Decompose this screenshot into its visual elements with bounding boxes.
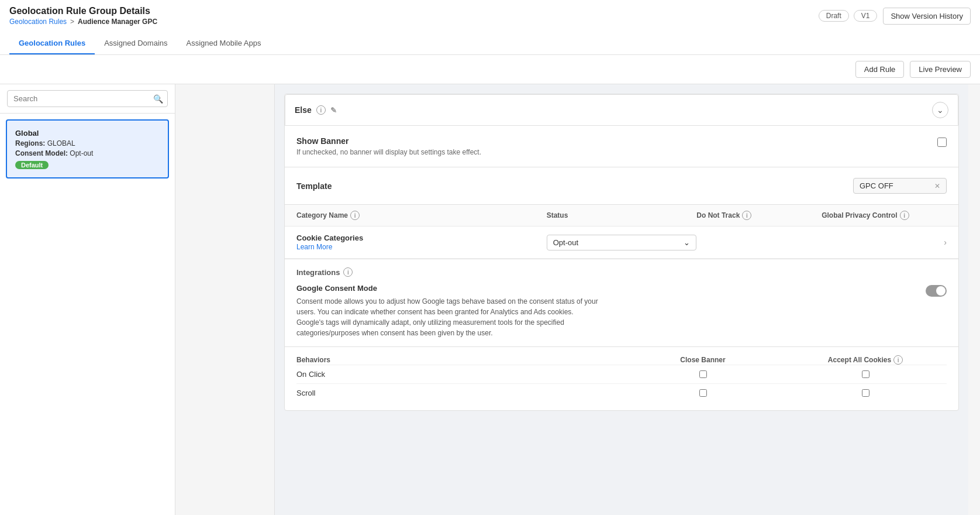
- breadcrumb-separator: >: [70, 18, 74, 26]
- gcm-title: Google Consent Mode: [296, 284, 926, 293]
- status-dropdown-icon: ⌄: [684, 238, 690, 247]
- toolbar: Add Rule Live Preview: [0, 55, 980, 84]
- template-label: Template: [296, 181, 332, 191]
- google-consent-mode-toggle[interactable]: [926, 285, 947, 297]
- gpc-info-icon[interactable]: i: [900, 211, 909, 220]
- col-do-not-track: Do Not Track i: [696, 211, 822, 220]
- rule-item-global[interactable]: Global Regions: GLOBAL Consent Model: Op…: [6, 119, 169, 178]
- category-table: Category Name i Status Do Not Track i Gl…: [285, 205, 958, 259]
- tab-geolocation-rules[interactable]: Geolocation Rules: [9, 33, 95, 54]
- onclick-close-banner-checkbox[interactable]: [699, 370, 707, 378]
- category-table-header: Category Name i Status Do Not Track i Gl…: [285, 205, 958, 226]
- content-area: Else i ✎ ⌄ Show Banner If unchecked, no …: [275, 84, 968, 515]
- header-badges: Draft V1: [819, 10, 878, 22]
- template-value: GPC OFF: [860, 181, 893, 190]
- else-edit-icon[interactable]: ✎: [330, 106, 337, 115]
- dnt-info-icon[interactable]: i: [742, 211, 751, 220]
- template-card: Template GPC OFF ✕: [285, 167, 958, 205]
- col-category-name: Category Name i: [296, 211, 547, 220]
- behavior-row-onclick: On Click: [296, 365, 947, 383]
- version-badge[interactable]: V1: [854, 10, 878, 22]
- middle-column: [175, 84, 275, 515]
- behavior-scroll-label: Scroll: [296, 389, 622, 397]
- col-global-privacy-control: Global Privacy Control i: [822, 211, 947, 220]
- category-row: Cookie Categories Learn More Opt-out ⌄ ›: [285, 226, 958, 259]
- category-name-info-icon[interactable]: i: [350, 211, 360, 220]
- accept-all-info-icon[interactable]: i: [893, 355, 903, 365]
- integrations-info-icon[interactable]: i: [343, 267, 353, 277]
- show-version-history-button[interactable]: Show Version History: [883, 8, 971, 25]
- template-clear-icon[interactable]: ✕: [934, 182, 940, 190]
- cookie-categories-title: Cookie Categories: [296, 234, 547, 242]
- breadcrumb-parent[interactable]: Geolocation Rules: [9, 18, 67, 26]
- template-select[interactable]: GPC OFF ✕: [853, 178, 947, 194]
- breadcrumb: Geolocation Rules > Audience Manager GPC: [9, 18, 157, 26]
- col-status: Status: [547, 211, 697, 219]
- behaviors-col-accept-all: Accept All Cookies i: [784, 355, 947, 365]
- page-title: Geolocation Rule Group Details: [9, 6, 157, 16]
- rule-default-badge: Default: [15, 161, 49, 169]
- rule-title: Global: [15, 129, 160, 138]
- integrations-section: Integrations i Google Consent Mode Conse…: [285, 259, 958, 347]
- scroll-accept-all-checkbox[interactable]: [862, 389, 869, 397]
- header: Geolocation Rule Group Details Geolocati…: [0, 0, 980, 55]
- search-container: 🔍: [0, 84, 175, 114]
- learn-more-link[interactable]: Learn More: [296, 243, 332, 251]
- else-info-icon[interactable]: i: [316, 105, 326, 115]
- behavior-row-scroll: Scroll: [296, 383, 947, 402]
- show-banner-card: Show Banner If unchecked, no banner will…: [285, 126, 958, 167]
- rule-consent-model: Consent Model: Opt-out: [15, 149, 160, 157]
- onclick-accept-all-checkbox[interactable]: [862, 370, 869, 378]
- gpc-chevron-icon[interactable]: ›: [944, 238, 947, 247]
- google-consent-mode-row: Google Consent Mode Consent mode allows …: [296, 284, 947, 338]
- behaviors-header: Behaviors Close Banner Accept All Cookie…: [296, 355, 947, 365]
- behaviors-col-close-banner: Close Banner: [622, 356, 784, 364]
- else-title: Else i ✎: [295, 105, 337, 115]
- scroll-close-banner-checkbox[interactable]: [699, 389, 707, 397]
- integrations-header: Integrations i: [296, 267, 947, 277]
- right-panel: [968, 84, 980, 515]
- behaviors-col-name: Behaviors: [296, 356, 622, 364]
- gpc-cell: ›: [822, 238, 947, 247]
- main-layout: 🔍 Global Regions: GLOBAL Consent Model: …: [0, 84, 980, 515]
- show-banner-checkbox[interactable]: [937, 138, 947, 147]
- else-collapse-button[interactable]: ⌄: [932, 102, 948, 118]
- gcm-description: Consent mode allows you to adjust how Go…: [296, 296, 601, 338]
- else-section: Else i ✎ ⌄ Show Banner If unchecked, no …: [284, 94, 959, 411]
- behaviors-section: Behaviors Close Banner Accept All Cookie…: [285, 347, 958, 410]
- rule-regions: Regions: GLOBAL: [15, 139, 160, 147]
- search-icon: 🔍: [153, 94, 163, 104]
- tab-assigned-mobile-apps[interactable]: Assigned Mobile Apps: [177, 33, 271, 54]
- show-banner-description: If unchecked, no banner will display but…: [296, 148, 481, 156]
- breadcrumb-current: Audience Manager GPC: [78, 18, 157, 26]
- live-preview-button[interactable]: Live Preview: [910, 61, 971, 78]
- search-input[interactable]: [7, 90, 168, 107]
- tabs: Geolocation Rules Assigned Domains Assig…: [9, 33, 971, 54]
- sidebar: 🔍 Global Regions: GLOBAL Consent Model: …: [0, 84, 175, 515]
- show-banner-title: Show Banner: [296, 136, 481, 146]
- status-select[interactable]: Opt-out ⌄: [547, 235, 697, 250]
- else-header: Else i ✎ ⌄: [285, 94, 958, 126]
- add-rule-button[interactable]: Add Rule: [855, 61, 904, 78]
- behavior-onclick-label: On Click: [296, 370, 622, 379]
- tab-assigned-domains[interactable]: Assigned Domains: [95, 33, 177, 54]
- draft-badge[interactable]: Draft: [819, 10, 849, 22]
